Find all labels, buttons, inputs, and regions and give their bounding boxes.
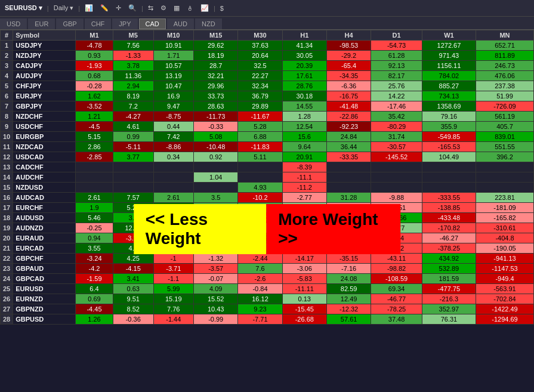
data-cell-h1: 30.18 — [282, 91, 326, 101]
data-cell-m15 — [194, 162, 238, 172]
symbol-cell[interactable]: USDCAD — [13, 152, 76, 162]
symbol-cell[interactable]: CADCHF — [13, 162, 76, 172]
symbol-cell[interactable]: GBPAUD — [13, 264, 76, 274]
settings-icon[interactable]: ⚙ — [158, 4, 169, 13]
data-cell-w1: 181.59 — [422, 274, 476, 284]
symbol-cell[interactable]: EURNZD — [13, 294, 76, 304]
table-row: 5CHFJPY-0.282.9410.4729.9632.3428.76-6.3… — [1, 81, 534, 91]
crosshair-icon[interactable]: ✛ — [113, 4, 124, 13]
line-icon[interactable]: 📈 — [198, 4, 211, 13]
timeframe-selector[interactable]: Daily ▾ — [51, 4, 76, 13]
symbol-cell[interactable]: EURGBP — [13, 132, 76, 142]
data-cell-h4: -5.16 — [326, 223, 371, 233]
data-cell-mn: -702.84 — [476, 294, 534, 304]
symbol-cell[interactable]: NZDUSD — [13, 183, 76, 193]
table-row: 18AUDUSD5.463.82.282.58-15.31-23.6264.82… — [1, 213, 534, 223]
data-cell-m10: 13.19 — [153, 71, 194, 81]
symbol-cell[interactable]: AUDCAD — [13, 193, 76, 203]
table-row: 26EURNZD0.699.5115.1915.5216.120.1312.49… — [1, 294, 534, 304]
data-cell-m5 — [113, 172, 153, 183]
data-cell-h1: 1.41 — [282, 203, 326, 213]
data-cell-mn: 561.19 — [476, 112, 534, 122]
currency-tab-gbp[interactable]: GBP — [56, 18, 83, 29]
currency-tab-cad[interactable]: CAD — [139, 18, 166, 29]
data-cell-m10: -3.71 — [153, 264, 194, 274]
data-cell-w1: -165.53 — [422, 142, 476, 152]
data-cell-mn — [476, 172, 534, 183]
symbol-cell[interactable]: NZDCAD — [13, 142, 76, 152]
symbol-cell[interactable]: EURUSD — [13, 284, 76, 294]
data-cell-m15: 5.08 — [194, 132, 238, 142]
data-cell-h1: 15.6 — [282, 132, 326, 142]
symbol-cell[interactable]: AUDUSD — [13, 213, 76, 223]
symbol-cell[interactable]: USDJPY — [13, 41, 76, 51]
instrument-selector[interactable]: SEURUSD ▾ — [2, 4, 45, 13]
symbol-cell[interactable]: EURCAD — [13, 243, 76, 254]
data-cell-m5: 4.25 — [113, 254, 153, 264]
data-cell-m1: -4.45 — [76, 304, 113, 314]
data-cell-m30: 4.27 — [238, 243, 282, 254]
symbol-cell[interactable]: CHFJPY — [13, 81, 76, 91]
data-cell-h4: -29.2 — [326, 51, 371, 61]
chart-icon[interactable]: 📊 — [82, 4, 95, 13]
data-cell-d1 — [371, 172, 422, 183]
data-cell-m10: -1 — [153, 254, 194, 264]
symbol-cell[interactable]: EURAUD — [13, 233, 76, 243]
nav-icon[interactable]: ⇆ — [146, 4, 156, 13]
data-cell-mn: -310.61 — [476, 223, 534, 233]
data-cell-mn: 551.55 — [476, 142, 534, 152]
data-cell-h4: 36.44 — [326, 142, 371, 152]
currency-tab-aud[interactable]: AUD — [167, 18, 194, 29]
table-row: 28GBPUSD1.26-0.36-1.44-0.99-7.71-26.6857… — [1, 314, 534, 325]
symbol-cell[interactable]: GBPUSD — [13, 314, 76, 325]
row-number: 18 — [1, 213, 13, 223]
currency-tab-usd[interactable]: USD — [0, 18, 27, 29]
data-cell-w1 — [422, 183, 476, 193]
edit-icon[interactable]: ✏️ — [98, 4, 111, 13]
col-header-symbol: Symbol — [13, 30, 76, 41]
symbol-cell[interactable]: EURCHF — [13, 203, 76, 213]
symbol-cell[interactable]: EURJPY — [13, 91, 76, 101]
symbol-cell[interactable]: GBPNZD — [13, 304, 76, 314]
symbol-cell[interactable]: NZDCHF — [13, 112, 76, 122]
table-row: 19AUDNZD-0.2512.6811.48141.63-12.4-5.162… — [1, 223, 534, 233]
col-header-m15: M15 — [194, 30, 238, 41]
data-cell-m30: 5.28 — [238, 122, 282, 132]
data-cell-h4: 24.84 — [326, 132, 371, 142]
zoom-icon[interactable]: 🔍 — [126, 4, 139, 13]
symbol-cell[interactable]: AUDNZD — [13, 223, 76, 233]
data-cell-h4: 24.08 — [326, 274, 371, 284]
row-number: 19 — [1, 223, 13, 233]
data-cell-m5 — [113, 183, 153, 193]
symbol-cell[interactable]: USDCHF — [13, 122, 76, 132]
data-cell-h1: -23.62 — [282, 213, 326, 223]
symbol-cell[interactable]: GBPCHF — [13, 254, 76, 264]
data-cell-m30: 32.5 — [238, 61, 282, 71]
symbol-cell[interactable]: AUDCHF — [13, 172, 76, 183]
currency-tab-eur[interactable]: EUR — [28, 18, 55, 29]
data-cell-h1: -14.17 — [282, 254, 326, 264]
data-cell-m15: -10.48 — [194, 142, 238, 152]
separator1: | — [47, 5, 49, 12]
data-cell-h1: 41.34 — [282, 41, 326, 51]
data-cell-m15: -0.33 — [194, 122, 238, 132]
bar-chart-icon[interactable]: ▦ — [171, 4, 182, 13]
currency-tab-jpy[interactable]: JPY — [112, 18, 137, 29]
data-cell-m5: 5.24 — [113, 203, 153, 213]
symbol-cell[interactable]: GBPJPY — [13, 101, 76, 112]
symbol-cell[interactable]: AUDJPY — [13, 71, 76, 81]
candle-icon[interactable]: 🕯 — [184, 4, 196, 13]
table-row: 16AUDCAD2.617.572.613.5-10.2-2.7731.28-9… — [1, 193, 534, 203]
data-cell-m15: 28.7 — [194, 61, 238, 71]
data-cell-mn: -181.09 — [476, 203, 534, 213]
symbol-cell[interactable]: NZDJPY — [13, 51, 76, 61]
data-cell-h1: -2.77 — [282, 193, 326, 203]
dollar-icon[interactable]: $ — [218, 4, 226, 13]
symbol-cell[interactable]: CADJPY — [13, 61, 76, 71]
currency-tab-chf[interactable]: CHF — [85, 18, 112, 29]
currency-tab-nzd[interactable]: NZD — [195, 18, 222, 29]
symbol-cell[interactable]: GBPCAD — [13, 274, 76, 284]
data-cell-m10: 16.9 — [153, 91, 194, 101]
data-cell-m10: -8.86 — [153, 142, 194, 152]
data-cell-d1: -78.25 — [371, 304, 422, 314]
